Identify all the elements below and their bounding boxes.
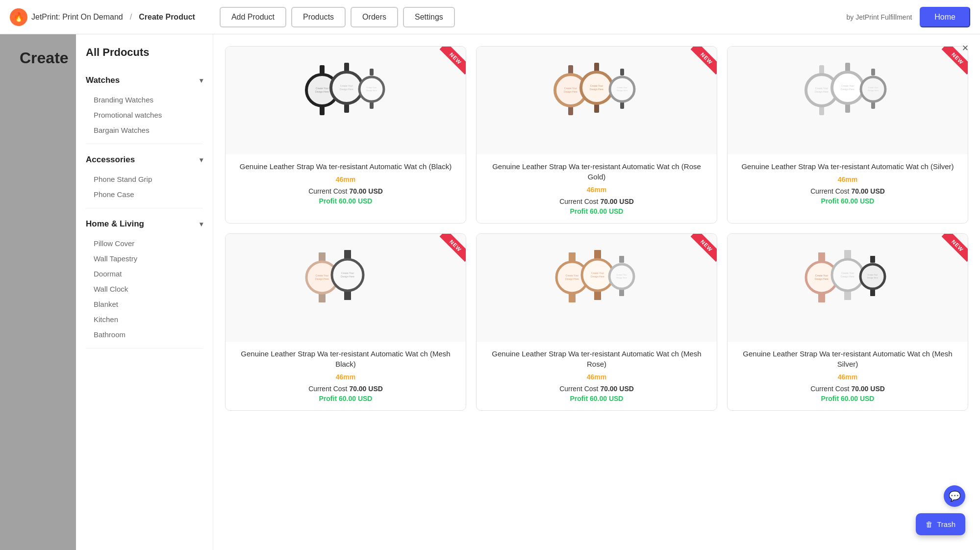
trash-button[interactable]: 🗑 Trash xyxy=(916,513,965,535)
chevron-down-icon: ▾ xyxy=(200,76,203,84)
product-cost-3: Current Cost 70.00 USD xyxy=(735,187,960,195)
product-selector-modal: × All Prdocuts Watches ▾ Branding Watche… xyxy=(76,34,980,550)
svg-rect-75 xyxy=(844,250,851,259)
svg-text:Design Here: Design Here xyxy=(366,89,377,92)
svg-rect-81 xyxy=(870,289,875,296)
svg-text:Design Here: Design Here xyxy=(315,90,329,93)
product-card-5[interactable]: Create Your Design Here Create Your Desi… xyxy=(476,233,717,411)
svg-rect-56 xyxy=(569,294,576,302)
sidebar-item-wall-clock[interactable]: Wall Clock xyxy=(86,281,203,297)
product-name-2: Genuine Leather Strap Wa ter-resistant A… xyxy=(484,161,709,182)
category-accessories-label: Accessories xyxy=(86,155,135,165)
svg-rect-66 xyxy=(619,289,624,296)
svg-text:Create Your: Create Your xyxy=(341,272,354,275)
category-accessories-header[interactable]: Accessories ▾ xyxy=(86,148,203,172)
sidebar-item-bargain-watches[interactable]: Bargain Watches xyxy=(86,123,203,138)
chat-bubble[interactable]: 💬 xyxy=(944,485,965,507)
home-button[interactable]: Home xyxy=(920,7,970,27)
category-sidebar: All Prdocuts Watches ▾ Branding Watches … xyxy=(76,34,213,550)
product-card-2[interactable]: Create Your Design Here Create Your Desi… xyxy=(476,46,717,224)
orders-button[interactable]: Orders xyxy=(351,7,398,27)
product-card-4[interactable]: Create Your Design Here Create Your Desi… xyxy=(225,233,466,411)
category-watches-items: Branding Watches Promotional watches Bar… xyxy=(86,92,203,144)
products-grid: Create Your Design Here Create Your Desi… xyxy=(225,46,968,411)
new-badge-5 xyxy=(683,234,717,267)
product-size-2: 46mm xyxy=(484,186,709,194)
breadcrumb-separator: / xyxy=(130,13,132,22)
sidebar-item-phone-stand-grip[interactable]: Phone Stand Grip xyxy=(86,172,203,187)
product-info-6: Genuine Leather Strap Wa ter-resistant A… xyxy=(728,342,968,402)
svg-text:Create Your: Create Your xyxy=(366,86,377,89)
product-cost-5: Current Cost 70.00 USD xyxy=(484,385,709,393)
app-logo: 🔥 JetPrint: Print On Demand / Create Pro… xyxy=(10,8,195,26)
svg-text:Design Here: Design Here xyxy=(340,88,353,91)
new-badge-6 xyxy=(934,234,968,267)
product-info-1: Genuine Leather Strap Wa ter-resistant A… xyxy=(226,154,466,205)
sidebar-item-blanket[interactable]: Blanket xyxy=(86,297,203,312)
watch-image-silver: Create Your Design Here Create Your Desi… xyxy=(799,61,897,140)
products-button[interactable]: Products xyxy=(291,7,346,27)
product-size-4: 46mm xyxy=(233,373,458,381)
svg-rect-61 xyxy=(594,291,601,300)
sidebar-item-kitchen[interactable]: Kitchen xyxy=(86,312,203,327)
sidebar-item-phone-case[interactable]: Phone Case xyxy=(86,187,203,202)
category-home-living: Home & Living ▾ Pillow Cover Wall Tapest… xyxy=(86,212,203,349)
svg-text:Create Your: Create Your xyxy=(616,274,627,276)
product-info-2: Genuine Leather Strap Wa ter-resistant A… xyxy=(477,154,717,215)
svg-text:Create Your: Create Your xyxy=(591,272,604,275)
category-accessories: Accessories ▾ Phone Stand Grip Phone Cas… xyxy=(86,148,203,208)
chevron-down-icon-accessories: ▾ xyxy=(200,156,203,164)
product-image-3: Create Your Design Here Create Your Desi… xyxy=(728,47,968,154)
svg-text:Design Here: Design Here xyxy=(815,277,829,280)
sidebar-item-pillow-cover[interactable]: Pillow Cover xyxy=(86,236,203,251)
svg-text:Design Here: Design Here xyxy=(591,275,604,278)
product-image-1: Create Your Design Here Create Your Desi… xyxy=(226,47,466,154)
product-profit-4: Profit 60.00 USD xyxy=(233,395,458,402)
svg-rect-60 xyxy=(594,250,601,259)
svg-rect-80 xyxy=(870,256,875,263)
logo-icon: 🔥 xyxy=(10,8,27,26)
modal-close-button[interactable]: × xyxy=(958,41,972,55)
svg-rect-10 xyxy=(370,69,374,75)
category-home-living-header[interactable]: Home & Living ▾ xyxy=(86,212,203,236)
product-card-6[interactable]: Create Your Design Here Create Your Desi… xyxy=(727,233,968,411)
new-badge-2 xyxy=(683,47,717,80)
trash-label: Trash xyxy=(937,520,955,528)
sidebar-item-branding-watches[interactable]: Branding Watches xyxy=(86,92,203,107)
product-image-6: Create Your Design Here Create Your Desi… xyxy=(728,234,968,342)
svg-text:Design Here: Design Here xyxy=(616,276,628,279)
svg-rect-40 xyxy=(871,69,875,75)
product-cost-6: Current Cost 70.00 USD xyxy=(735,385,960,393)
category-watches-header[interactable]: Watches ▾ xyxy=(86,69,203,92)
product-info-5: Genuine Leather Strap Wa ter-resistant A… xyxy=(477,342,717,402)
settings-button[interactable]: Settings xyxy=(403,7,455,27)
product-profit-6: Profit 60.00 USD xyxy=(735,395,960,402)
svg-text:Create Your: Create Your xyxy=(815,87,829,90)
svg-rect-35 xyxy=(845,63,850,72)
sidebar-item-bathroom[interactable]: Bathroom xyxy=(86,327,203,342)
by-text: by JetPrint Fulfillment xyxy=(846,13,912,21)
product-image-5: Create Your Design Here Create Your Desi… xyxy=(477,234,717,342)
main-area: Create × All Prdocuts Watches ▾ Branding… xyxy=(0,34,980,550)
new-badge-4 xyxy=(432,234,466,267)
svg-text:Create Your: Create Your xyxy=(564,87,578,90)
product-card-1[interactable]: Create Your Design Here Create Your Desi… xyxy=(225,46,466,224)
product-size-5: 46mm xyxy=(484,373,709,381)
new-badge-1 xyxy=(432,47,466,80)
add-product-button[interactable]: Add Product xyxy=(220,7,286,27)
product-name-5: Genuine Leather Strap Wa ter-resistant A… xyxy=(484,349,709,369)
product-profit-5: Profit 60.00 USD xyxy=(484,395,709,402)
product-image-4: Create Your Design Here Create Your Desi… xyxy=(226,234,466,342)
svg-text:Design Here: Design Here xyxy=(565,277,579,280)
svg-text:Design Here: Design Here xyxy=(590,88,603,91)
sidebar-item-doormat[interactable]: Doormat xyxy=(86,266,203,281)
products-area: Create Your Design Here Create Your Desi… xyxy=(213,34,980,550)
svg-text:Create Your: Create Your xyxy=(566,274,579,277)
product-card-3[interactable]: Create Your Design Here Create Your Desi… xyxy=(727,46,968,224)
sidebar-item-wall-tapestry[interactable]: Wall Tapestry xyxy=(86,251,203,266)
sidebar-item-promotional-watches[interactable]: Promotional watches xyxy=(86,107,203,123)
product-profit-1: Profit 60.00 USD xyxy=(233,197,458,205)
product-name-6: Genuine Leather Strap Wa ter-resistant A… xyxy=(735,349,960,369)
category-home-living-label: Home & Living xyxy=(86,219,144,229)
product-name-3: Genuine Leather Strap Wa ter-resistant A… xyxy=(735,161,960,172)
